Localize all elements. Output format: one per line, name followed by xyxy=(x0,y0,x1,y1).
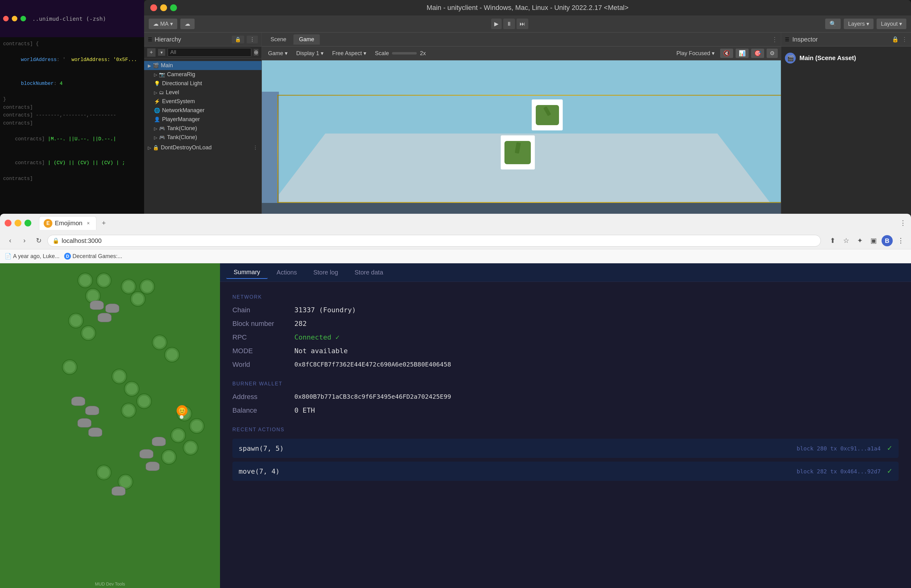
game-viewport-3d[interactable] xyxy=(262,60,781,217)
hier-item-light[interactable]: 💡 Directional Light xyxy=(144,79,262,88)
terminal-line-3: blockNumber: 4 xyxy=(3,72,141,96)
browser-close-btn[interactable] xyxy=(5,220,11,226)
terminal-line-1: contracts] { xyxy=(3,40,141,48)
unity-play-btn[interactable]: ▶ xyxy=(491,19,502,29)
hier-label-networkmanager: NetworkManager xyxy=(162,107,205,114)
browser-tab-close-btn[interactable]: × xyxy=(85,220,92,227)
inspector-more-btn[interactable]: ⋮ xyxy=(902,36,907,43)
game-display-selector[interactable]: Game ▾ xyxy=(265,48,291,58)
play-focused-selector[interactable]: Play Focused ▾ xyxy=(674,48,718,58)
unity-cloud-btn[interactable]: ☁ xyxy=(180,19,195,29)
hierarchy-filter-btn[interactable]: ⊕ xyxy=(254,49,258,56)
scale-slider[interactable] xyxy=(392,52,417,55)
action-move-meta: block 282 tx 0x464...92d7 xyxy=(797,468,880,475)
game-aspect-selector[interactable]: Free Aspect ▾ xyxy=(329,48,369,58)
browser-reload-btn[interactable]: ↻ xyxy=(33,235,44,246)
bookmark-2-label: Decentral Games:... xyxy=(73,253,122,260)
tree-17 xyxy=(189,418,205,434)
unity-max-btn[interactable] xyxy=(170,4,177,11)
scene-more-btn[interactable]: ⋮ xyxy=(772,36,778,43)
browser-profile-btn[interactable]: B xyxy=(882,235,893,246)
hierarchy-add-btn[interactable]: + xyxy=(147,48,155,57)
inspector-menu-icon: ☰ xyxy=(785,37,789,42)
bookmark-2[interactable]: D Decentral Games:... xyxy=(64,253,122,260)
hier-item-camera[interactable]: ▷ 📷 CameraRig xyxy=(144,70,262,79)
dontdestroy-more-btn[interactable]: ⋮ xyxy=(253,145,258,150)
unity-close-btn[interactable] xyxy=(150,4,157,11)
browser-min-btn[interactable] xyxy=(15,220,21,226)
hier-label-tank1: Tank(Clone) xyxy=(167,125,197,132)
terminal-max-btn[interactable] xyxy=(21,16,26,21)
hierarchy-menu-icon: ☰ xyxy=(148,37,152,42)
hierarchy-more-btn[interactable]: ⋮ xyxy=(247,36,258,44)
hierarchy-lock-btn[interactable]: 🔒 xyxy=(232,36,244,44)
scene-line-bottom xyxy=(277,202,781,203)
dropdown-icon-display-num: ▾ xyxy=(321,50,323,57)
mud-tab-store-log[interactable]: Store log xyxy=(306,267,346,278)
terminal-line-10: contracts] xyxy=(3,175,141,183)
hier-item-eventsystem[interactable]: ⚡ EventSystem xyxy=(144,97,262,106)
terminal-close-btn[interactable] xyxy=(3,16,9,21)
game-scale-control[interactable]: Scale 2x xyxy=(372,49,429,58)
browser-extensions-star-btn[interactable]: ✦ xyxy=(854,235,866,246)
inspector-lock-btn[interactable]: 🔒 xyxy=(892,36,899,43)
hier-item-level[interactable]: ▷ 🗂 Level xyxy=(144,88,262,97)
mud-tab-summary[interactable]: Summary xyxy=(226,266,268,279)
hier-item-networkmanager[interactable]: 🌐 NetworkManager xyxy=(144,106,262,115)
unity-layers-btn[interactable]: Layers ▾ xyxy=(844,19,874,29)
unity-step-btn[interactable]: ⏭ xyxy=(517,19,528,29)
bookmark-1[interactable]: 📄 A year ago, Luke... xyxy=(5,253,60,260)
tab-game[interactable]: Game xyxy=(294,34,320,45)
browser-new-tab-btn[interactable]: + xyxy=(100,219,108,228)
address-value: 0x800B7b771aCB3c8c9f6F3495e46FD2a702425E… xyxy=(294,393,899,401)
hierarchy-search-input[interactable]: All xyxy=(168,48,251,57)
browser-share-btn[interactable]: ⬆ xyxy=(827,235,838,246)
browser-forward-btn[interactable]: › xyxy=(19,235,30,246)
hier-label-main: Main xyxy=(161,62,173,69)
browser-menu-btn[interactable]: ⋮ xyxy=(895,235,906,246)
tab-scene[interactable]: Scene xyxy=(265,34,292,45)
asset-icon: 🎬 xyxy=(785,53,796,63)
hier-item-tank2[interactable]: ▷ 🎮 Tank(Clone) xyxy=(144,133,262,142)
unity-layout-btn[interactable]: Layout ▾ xyxy=(877,19,906,29)
browser-active-tab[interactable]: E Emojimon × xyxy=(39,216,96,230)
rock-7 xyxy=(88,428,102,437)
browser-back-btn[interactable]: ‹ xyxy=(5,235,16,246)
browser-extensions-btn[interactable]: ⋮ xyxy=(900,219,906,227)
hier-label-dontdestroy: DontDestroyOnLoad xyxy=(161,144,212,151)
tree-1 xyxy=(78,273,93,288)
mud-tab-store-data[interactable]: Store data xyxy=(347,267,391,278)
hier-item-dontdestroy[interactable]: ▷ 🔒 DontDestroyOnLoad ⋮ xyxy=(144,143,262,152)
unity-min-btn[interactable] xyxy=(160,4,167,11)
address-bar[interactable]: 🔒 localhost:3000 xyxy=(47,235,821,247)
rock-11 xyxy=(111,486,126,496)
game-map-viewport[interactable]: 😊 MUD Dev Tools xyxy=(0,263,220,588)
action-row-move[interactable]: move(7, 4) block 282 tx 0x464...92d7 ✓ xyxy=(233,462,899,481)
unity-account-btn[interactable]: ☁ MA ▾ xyxy=(149,19,177,29)
game-display-num-selector[interactable]: Display 1 ▾ xyxy=(293,48,326,58)
mud-tab-actions[interactable]: Actions xyxy=(269,267,305,278)
browser-sidebar-btn[interactable]: ▣ xyxy=(868,235,879,246)
game-gizmos-btn[interactable]: 🎯 xyxy=(751,48,764,58)
unity-pause-btn[interactable]: ⏸ xyxy=(503,19,515,29)
world-label: World xyxy=(233,360,288,369)
rock-6 xyxy=(78,418,91,428)
game-mute-btn[interactable]: 🔇 xyxy=(720,48,733,58)
unity-title-text: Main - unityclient - Windows, Mac, Linux… xyxy=(427,4,629,12)
hier-item-main[interactable]: ▶ 🎬 Main xyxy=(144,61,262,70)
browser-max-btn[interactable] xyxy=(24,220,31,226)
browser-favicon: E xyxy=(44,219,52,228)
scene-panel: Scene Game ⋮ Game ▾ Display 1 ▾ Free xyxy=(262,32,781,217)
game-settings-btn[interactable]: ⚙ xyxy=(767,48,778,58)
hier-item-playermanager[interactable]: 👤 PlayerManager xyxy=(144,115,262,124)
hier-item-tank1[interactable]: ▷ 🎮 Tank(Clone) xyxy=(144,124,262,133)
unity-search-btn[interactable]: 🔍 xyxy=(825,19,841,29)
hierarchy-search-btn[interactable]: ▾ xyxy=(158,49,165,56)
hier-label-level: Level xyxy=(166,89,179,96)
action-row-spawn[interactable]: spawn(7, 5) block 280 tx 0xc91...a1a4 ✓ xyxy=(233,439,899,458)
game-stats-btn[interactable]: 📊 xyxy=(736,48,749,58)
terminal-min-btn[interactable] xyxy=(12,16,17,21)
unity-editor-window: Main - unityclient - Windows, Mac, Linux… xyxy=(144,0,911,217)
action-spawn-name: spawn(7, 5) xyxy=(239,444,790,452)
browser-bookmark-btn[interactable]: ☆ xyxy=(841,235,852,246)
